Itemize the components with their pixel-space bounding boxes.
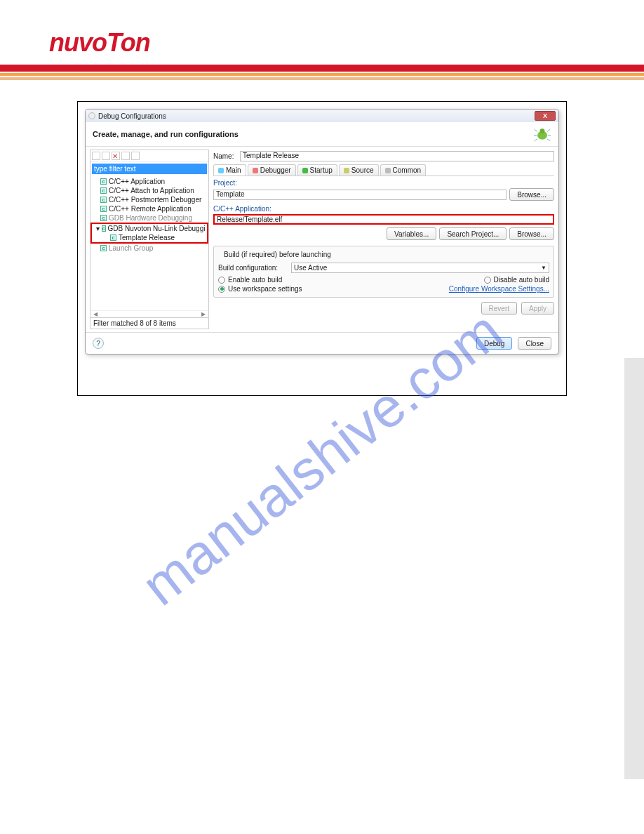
tab-startup[interactable]: Startup — [297, 164, 337, 176]
svg-line-7 — [547, 139, 550, 141]
app-label: C/C++ Application: — [213, 205, 554, 213]
config-tabs: Main Debugger Startup Source Common — [213, 164, 554, 176]
brand-band — [0, 65, 644, 80]
filter-status: Filter matched 8 of 8 items — [90, 317, 208, 329]
browse-app-button[interactable]: Browse... — [509, 227, 554, 240]
search-project-button[interactable]: Search Project... — [439, 227, 507, 240]
tree-item[interactable]: cC/C++ Attach to Application — [90, 186, 208, 195]
revert-button[interactable]: Revert — [481, 302, 517, 315]
filter-input[interactable]: type filter text — [92, 164, 207, 174]
delete-config-icon[interactable]: ✕ — [112, 152, 120, 160]
screenshot-frame: Debug Configurations X Create, manage, a… — [77, 101, 567, 396]
build-group: Build (if required) before launching Bui… — [213, 246, 554, 298]
tree-item[interactable]: cLaunch Group — [90, 244, 208, 253]
tab-common[interactable]: Common — [380, 164, 427, 176]
tab-debugger[interactable]: Debugger — [248, 164, 296, 176]
close-button[interactable]: Close — [518, 337, 551, 350]
tree-item[interactable]: cC/C++ Postmortem Debugger — [90, 195, 208, 204]
new-config-icon[interactable] — [92, 152, 100, 160]
browse-project-button[interactable]: Browse... — [509, 188, 554, 201]
brand-logo: nuvoTon — [49, 28, 595, 58]
name-label: Name: — [213, 152, 237, 160]
filter-icon[interactable] — [131, 152, 140, 160]
chevron-down-icon: ▼ — [541, 265, 546, 271]
scroll-right-icon[interactable]: ▶ — [201, 311, 206, 317]
build-config-label: Build configuration: — [218, 264, 288, 272]
configure-workspace-link[interactable]: Configure Workspace Settings... — [449, 285, 549, 293]
debug-button[interactable]: Debug — [476, 337, 512, 350]
highlight-box: ▾cGDB Nuvoton Nu-Link Debuggi cTemplate … — [90, 223, 208, 244]
close-icon[interactable]: X — [535, 111, 556, 121]
tree-item-child[interactable]: cTemplate Release — [92, 233, 207, 242]
enable-auto-radio[interactable]: Enable auto build — [218, 276, 282, 284]
bug-icon — [533, 126, 551, 142]
use-workspace-radio[interactable]: Use workspace settings — [218, 285, 302, 293]
name-input[interactable]: Template Release — [240, 151, 554, 161]
tree-item[interactable]: cC/C++ Remote Application — [90, 204, 208, 213]
build-config-select[interactable]: Use Active ▼ — [291, 263, 549, 273]
dialog-subtitle: Create, manage, and run configurations — [93, 130, 239, 138]
apply-button[interactable]: Apply — [521, 302, 554, 315]
config-tree-panel: ✕ type filter text cC/C++ Application cC… — [90, 150, 209, 329]
duplicate-config-icon[interactable] — [102, 152, 110, 160]
tree-item-expanded[interactable]: ▾cGDB Nuvoton Nu-Link Debuggi — [92, 224, 207, 233]
project-label: Project: — [213, 179, 554, 187]
config-tree[interactable]: cC/C++ Application cC/C++ Attach to Appl… — [90, 176, 208, 310]
tab-main[interactable]: Main — [213, 164, 246, 176]
app-input[interactable]: Release/Template.elf — [213, 214, 554, 225]
svg-line-3 — [547, 129, 550, 131]
collapse-icon[interactable] — [121, 152, 130, 160]
scroll-left-icon[interactable]: ◀ — [93, 311, 98, 317]
dialog-titlebar: Debug Configurations X — [86, 110, 558, 122]
tree-item[interactable]: cC/C++ Application — [90, 177, 208, 186]
build-group-title: Build (if required) before launching — [221, 251, 334, 258]
tab-source[interactable]: Source — [339, 164, 379, 176]
svg-line-2 — [535, 129, 537, 131]
debug-config-dialog: Debug Configurations X Create, manage, a… — [85, 109, 559, 355]
dialog-title: Debug Configurations — [98, 112, 166, 120]
variables-button[interactable]: Variables... — [387, 227, 436, 240]
side-tab — [624, 358, 644, 779]
project-input[interactable]: Template — [213, 190, 507, 200]
tree-toolbar: ✕ — [90, 150, 208, 162]
svg-point-1 — [540, 128, 545, 133]
help-icon[interactable]: ? — [93, 338, 104, 349]
tree-item[interactable]: cGDB Hardware Debugging — [90, 213, 208, 223]
app-icon — [88, 112, 95, 119]
disable-auto-radio[interactable]: Disable auto build — [484, 276, 550, 284]
svg-line-6 — [535, 139, 537, 141]
config-detail-panel: Name: Template Release Main Debugger Sta… — [213, 150, 554, 329]
